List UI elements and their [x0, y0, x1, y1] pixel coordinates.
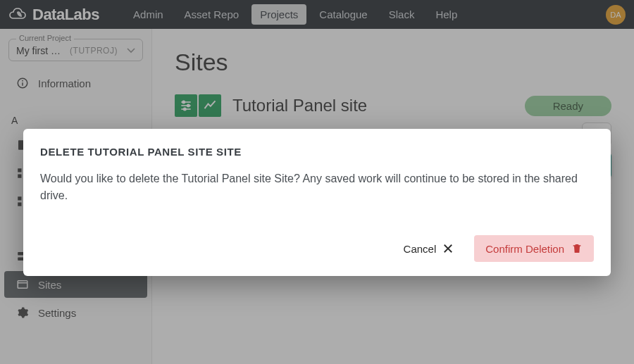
dialog-body: Would you like to delete the Tutorial Pa… — [40, 170, 594, 204]
cancel-button[interactable]: Cancel — [404, 242, 455, 255]
trash-icon — [571, 242, 583, 255]
delete-dialog: DELETE TUTORIAL PANEL SITE SITE Would yo… — [23, 129, 611, 276]
modal-scrim: DELETE TUTORIAL PANEL SITE SITE Would yo… — [0, 0, 634, 364]
dialog-title: DELETE TUTORIAL PANEL SITE SITE — [40, 146, 594, 158]
dialog-actions: Cancel Confirm Deletion — [40, 235, 594, 262]
close-icon — [442, 242, 454, 255]
cancel-label: Cancel — [404, 243, 437, 255]
confirm-label: Confirm Deletion — [485, 243, 564, 255]
confirm-deletion-button[interactable]: Confirm Deletion — [474, 235, 594, 262]
